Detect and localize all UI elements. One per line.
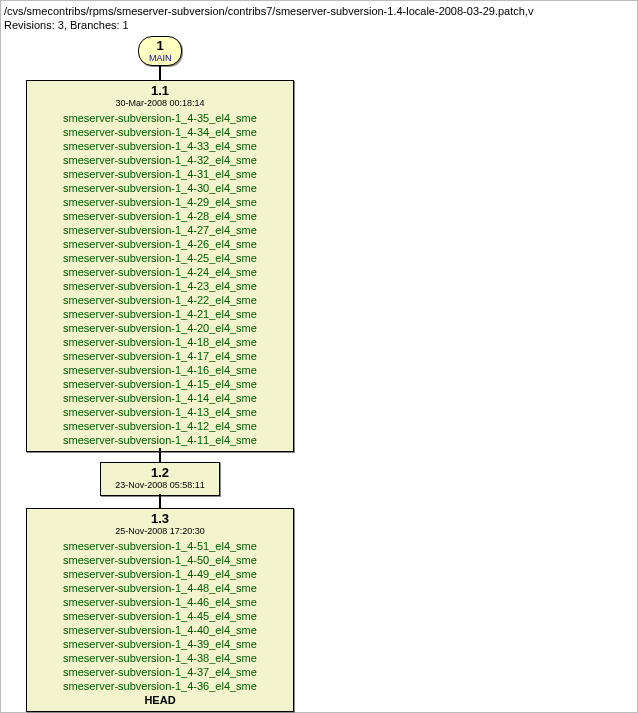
file-path: /cvs/smecontribs/rpms/smeserver-subversi… <box>4 4 533 18</box>
tag-item: smeserver-subversion-1_4-16_el4_sme <box>33 363 287 377</box>
tag-item: smeserver-subversion-1_4-39_el4_sme <box>33 637 287 651</box>
diagram-canvas: /cvs/smecontribs/rpms/smeserver-subversi… <box>0 0 638 713</box>
tag-item: smeserver-subversion-1_4-15_el4_sme <box>33 377 287 391</box>
tag-item: smeserver-subversion-1_4-18_el4_sme <box>33 335 287 349</box>
branch-number: 1 <box>149 39 171 53</box>
tag-item: smeserver-subversion-1_4-28_el4_sme <box>33 209 287 223</box>
tag-item: smeserver-subversion-1_4-50_el4_sme <box>33 553 287 567</box>
tag-item: smeserver-subversion-1_4-34_el4_sme <box>33 125 287 139</box>
tag-item: smeserver-subversion-1_4-33_el4_sme <box>33 139 287 153</box>
tag-item: smeserver-subversion-1_4-49_el4_sme <box>33 567 287 581</box>
tag-item: smeserver-subversion-1_4-45_el4_sme <box>33 609 287 623</box>
revision-number: 1.1 <box>33 83 287 98</box>
branch-node: 1 MAIN <box>138 36 182 66</box>
tag-item: smeserver-subversion-1_4-35_el4_sme <box>33 111 287 125</box>
tag-item: smeserver-subversion-1_4-22_el4_sme <box>33 293 287 307</box>
tag-item: smeserver-subversion-1_4-14_el4_sme <box>33 391 287 405</box>
revision-date: 23-Nov-2008 05:58:11 <box>107 480 213 491</box>
revision-node-1-2: 1.2 23-Nov-2008 05:58:11 <box>100 462 220 496</box>
tag-item: smeserver-subversion-1_4-12_el4_sme <box>33 419 287 433</box>
tag-item: smeserver-subversion-1_4-26_el4_sme <box>33 237 287 251</box>
revision-node-1-3: 1.3 25-Nov-2008 17:20:30 smeserver-subve… <box>26 508 294 712</box>
tag-item: smeserver-subversion-1_4-36_el4_sme <box>33 679 287 693</box>
tag-item: smeserver-subversion-1_4-37_el4_sme <box>33 665 287 679</box>
tag-item: smeserver-subversion-1_4-32_el4_sme <box>33 153 287 167</box>
tag-item: smeserver-subversion-1_4-27_el4_sme <box>33 223 287 237</box>
branch-name: MAIN <box>149 53 171 63</box>
tag-item: smeserver-subversion-1_4-24_el4_sme <box>33 265 287 279</box>
tag-item: smeserver-subversion-1_4-31_el4_sme <box>33 167 287 181</box>
tag-item: smeserver-subversion-1_4-40_el4_sme <box>33 623 287 637</box>
tag-item: smeserver-subversion-1_4-48_el4_sme <box>33 581 287 595</box>
tag-item: smeserver-subversion-1_4-51_el4_sme <box>33 539 287 553</box>
tag-item: smeserver-subversion-1_4-38_el4_sme <box>33 651 287 665</box>
revision-number: 1.3 <box>33 511 287 526</box>
tag-list: smeserver-subversion-1_4-35_el4_sme smes… <box>33 111 287 447</box>
tag-item: smeserver-subversion-1_4-13_el4_sme <box>33 405 287 419</box>
connector-line <box>159 66 161 80</box>
revision-date: 30-Mar-2008 00:18:14 <box>33 98 287 109</box>
tag-item: smeserver-subversion-1_4-23_el4_sme <box>33 279 287 293</box>
tag-item: smeserver-subversion-1_4-30_el4_sme <box>33 181 287 195</box>
tag-list: smeserver-subversion-1_4-51_el4_sme smes… <box>33 539 287 693</box>
connector-line <box>159 448 161 462</box>
head-label: HEAD <box>33 693 287 707</box>
tag-item: smeserver-subversion-1_4-20_el4_sme <box>33 321 287 335</box>
tag-item: smeserver-subversion-1_4-11_el4_sme <box>33 433 287 447</box>
tag-item: smeserver-subversion-1_4-17_el4_sme <box>33 349 287 363</box>
tag-item: smeserver-subversion-1_4-21_el4_sme <box>33 307 287 321</box>
revision-date: 25-Nov-2008 17:20:30 <box>33 526 287 537</box>
tag-item: smeserver-subversion-1_4-46_el4_sme <box>33 595 287 609</box>
tag-item: smeserver-subversion-1_4-25_el4_sme <box>33 251 287 265</box>
revisions-meta: Revisions: 3, Branches: 1 <box>4 18 533 32</box>
revision-node-1-1: 1.1 30-Mar-2008 00:18:14 smeserver-subve… <box>26 80 294 452</box>
connector-line <box>159 494 161 508</box>
header-block: /cvs/smecontribs/rpms/smeserver-subversi… <box>4 4 533 32</box>
tag-item: smeserver-subversion-1_4-29_el4_sme <box>33 195 287 209</box>
revision-number: 1.2 <box>107 465 213 480</box>
